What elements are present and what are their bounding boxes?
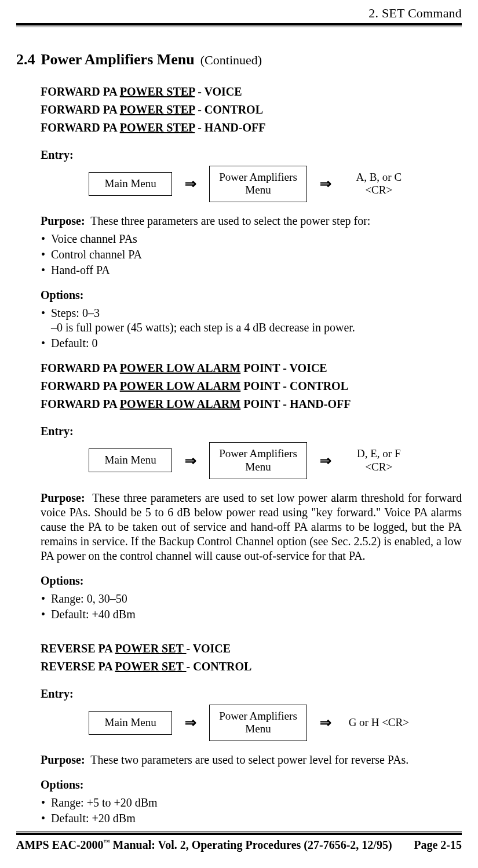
g3-h1-post: - VOICE xyxy=(187,642,231,655)
g2-tail-bot: <CR> xyxy=(344,461,414,474)
g2-flow-tail: D, E, or F <CR> xyxy=(344,447,414,474)
footer: AMPS EAC-2000™ Manual: Vol. 2, Operating… xyxy=(16,831,462,852)
footer-left-pre: AMPS EAC-2000 xyxy=(16,838,104,851)
g2-h1-post: POINT - VOICE xyxy=(240,362,327,374)
arrow-icon: ⇒ xyxy=(185,175,196,192)
g1-h2-pre: FORWARD PA xyxy=(41,103,120,116)
g2-entry-flow: Main Menu ⇒ Power Amplifiers Menu ⇒ D, E… xyxy=(41,442,462,479)
g1-entry-flow: Main Menu ⇒ Power Amplifiers Menu ⇒ A, B… xyxy=(41,166,462,203)
g1-purpose-bullets: Voice channel PAs Control channel PA Han… xyxy=(41,232,462,278)
g1-h3-pre: FORWARD PA xyxy=(41,121,120,134)
g1-purpose-text: These three parameters are used to selec… xyxy=(90,214,370,227)
g3-h2-post: - CONTROL xyxy=(187,660,252,673)
g3-options-bullets: Range: +5 to +20 dBm Default: +20 dBm xyxy=(41,796,462,826)
g2-h3-post: POINT - HAND-OFF xyxy=(240,397,351,410)
list-item: Default: +20 dBm xyxy=(51,811,462,826)
g3-purpose-label: Purpose: xyxy=(41,753,85,766)
g3-entry-flow: Main Menu ⇒ Power Amplifiers Menu ⇒ G or… xyxy=(41,705,462,742)
arrow-icon: ⇒ xyxy=(320,452,331,469)
g1-h1-pre: FORWARD PA xyxy=(41,85,120,98)
g3-flow-tail: G or H <CR> xyxy=(344,716,414,730)
g1-purpose-label: Purpose: xyxy=(41,214,85,227)
g1-entry-label: Entry: xyxy=(41,148,462,162)
g2-h1-u: POWER LOW ALARM xyxy=(120,362,241,374)
g3-tail-top: G or H <CR> xyxy=(344,716,414,730)
g1-h2-post: - CONTROL xyxy=(195,103,263,116)
g1-options-label: Options: xyxy=(41,288,462,302)
g1-tail-bot: <CR> xyxy=(344,184,414,197)
g1-h3-post: - HAND-OFF xyxy=(195,121,265,134)
g1-h1-post: - VOICE xyxy=(195,85,242,98)
list-item: Steps: 0–3 –0 is full power (45 watts); … xyxy=(51,306,462,335)
header-rule-thick xyxy=(16,23,462,25)
g1-tail-top: A, B, or C xyxy=(344,171,414,184)
footer-rule-thin xyxy=(16,831,462,831)
tm-icon: ™ xyxy=(104,838,110,845)
g2-h2-post: POINT - CONTROL xyxy=(240,380,348,392)
list-item: Range: +5 to +20 dBm xyxy=(51,796,462,810)
g2-tail-top: D, E, or F xyxy=(344,447,414,461)
section-title: 2.4 Power Amplifiers Menu (Continued) xyxy=(16,50,462,70)
g3-entry-label: Entry: xyxy=(41,687,462,701)
group-3-headings: REVERSE PA POWER SET - VOICE REVERSE PA … xyxy=(41,641,462,674)
g2-options-bullets: Range: 0, 30–50 Default: +40 dBm xyxy=(41,592,462,622)
list-item: Default: 0 xyxy=(51,336,462,351)
g1-flow-box-1: Main Menu xyxy=(89,172,172,196)
list-item: Range: 0, 30–50 xyxy=(51,592,462,606)
g2-purpose-text: These three parameters are used to set l… xyxy=(41,491,462,562)
g3-h1-u: POWER SET xyxy=(115,642,187,655)
list-item: Voice channel PAs xyxy=(51,232,462,246)
arrow-icon: ⇒ xyxy=(320,175,331,192)
g2-entry-label: Entry: xyxy=(41,424,462,439)
group-1-headings: FORWARD PA POWER STEP - VOICE FORWARD PA… xyxy=(41,85,462,135)
g3-flow-box-2: Power Amplifiers Menu xyxy=(209,705,307,742)
running-header: 2. SET Command xyxy=(16,0,462,23)
g1-h2-u: POWER STEP xyxy=(120,103,195,116)
list-item: Default: +40 dBm xyxy=(51,607,462,622)
g3-h1-pre: REVERSE PA xyxy=(41,642,115,655)
g2-h2-pre: FORWARD PA xyxy=(41,380,120,392)
g3-flow-box-1: Main Menu xyxy=(89,711,172,735)
section-name: Power Amplifiers Menu xyxy=(41,50,195,70)
list-item: Hand-off PA xyxy=(51,263,462,278)
footer-left: AMPS EAC-2000™ Manual: Vol. 2, Operating… xyxy=(16,838,392,852)
arrow-icon: ⇒ xyxy=(320,714,331,731)
g2-h2-u: POWER LOW ALARM xyxy=(120,380,241,392)
g2-options-label: Options: xyxy=(41,574,462,588)
list-item: Control channel PA xyxy=(51,247,462,262)
footer-right: Page 2-15 xyxy=(414,838,462,852)
arrow-icon: ⇒ xyxy=(185,714,196,731)
g2-flow-box-2: Power Amplifiers Menu xyxy=(209,442,307,479)
g1-flow-box-2: Power Amplifiers Menu xyxy=(209,166,307,203)
g3-h2-u: POWER SET xyxy=(115,660,187,673)
g2-h1-pre: FORWARD PA xyxy=(41,362,120,374)
g1-opt-1: Steps: 0–3 xyxy=(51,307,100,319)
g2-h3-pre: FORWARD PA xyxy=(41,397,120,410)
g1-options-bullets: Steps: 0–3 –0 is full power (45 watts); … xyxy=(41,306,462,351)
g1-h3-u: POWER STEP xyxy=(120,121,195,134)
g2-flow-box-1: Main Menu xyxy=(89,448,172,472)
g1-h1-u: POWER STEP xyxy=(120,85,195,98)
g2-purpose-label: Purpose: xyxy=(41,491,85,504)
section-number: 2.4 xyxy=(16,50,35,70)
g3-purpose-text: These two parameters are used to select … xyxy=(90,753,408,766)
section-continued: (Continued) xyxy=(200,52,262,68)
g3-h2-pre: REVERSE PA xyxy=(41,660,115,673)
arrow-icon: ⇒ xyxy=(185,452,196,469)
footer-rule-thick xyxy=(16,833,462,835)
g1-flow-tail: A, B, or C <CR> xyxy=(344,171,414,198)
g3-options-label: Options: xyxy=(41,778,462,792)
group-2-headings: FORWARD PA POWER LOW ALARM POINT - VOICE… xyxy=(41,361,462,411)
g2-h3-u: POWER LOW ALARM xyxy=(120,397,241,410)
footer-left-post: Manual: Vol. 2, Operating Procedures (27… xyxy=(110,838,392,851)
g1-opt-sub: –0 is full power (45 watts); each step i… xyxy=(51,320,462,335)
